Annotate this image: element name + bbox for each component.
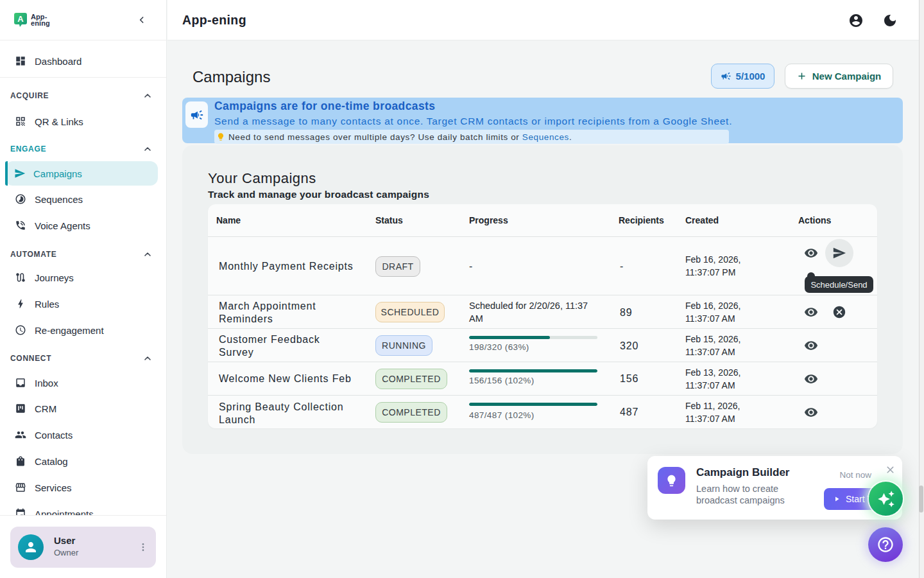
svg-text:A: A xyxy=(17,14,24,24)
